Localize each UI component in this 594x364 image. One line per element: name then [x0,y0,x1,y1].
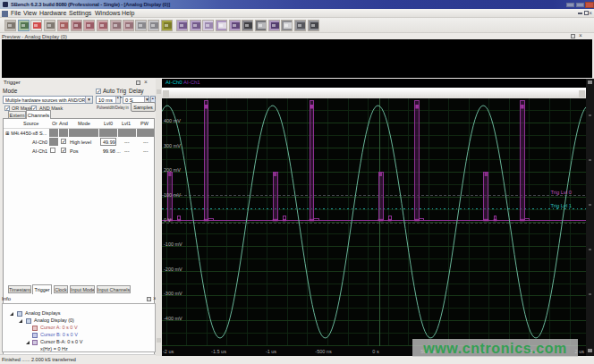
svg-text:100 mV: 100 mV [164,192,181,198]
svg-text:-200 mV: -200 mV [164,267,182,272]
svg-text:-100 mV: -100 mV [164,241,182,247]
svg-text:-1.5 us: -1.5 us [211,349,226,354]
svg-text:300 mV: 300 mV [164,143,181,148]
svg-text:-2 us: -2 us [163,349,174,354]
svg-text:0 V: 0 V [164,217,172,223]
svg-text:-1 us: -1 us [266,349,276,354]
svg-text:Trig Lvl 0: Trig Lvl 0 [550,190,572,195]
svg-text:-400 mV: -400 mV [164,316,182,321]
svg-text:400 mV: 400 mV [164,118,181,123]
svg-text:0 s: 0 s [372,349,379,354]
svg-text:200 mV: 200 mV [164,167,181,173]
svg-text:-500 ns: -500 ns [315,349,332,354]
svg-text:-300 mV: -300 mV [164,291,182,296]
svg-text:Trig Lvl 1: Trig Lvl 1 [550,203,572,208]
